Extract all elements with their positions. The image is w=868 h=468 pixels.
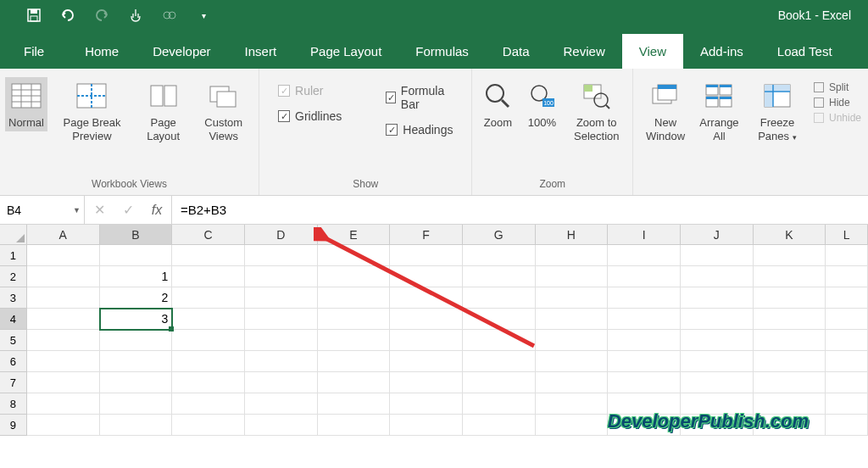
- cell[interactable]: [100, 245, 173, 266]
- cell[interactable]: [536, 393, 609, 415]
- row-header[interactable]: 7: [0, 372, 27, 393]
- cell[interactable]: [681, 287, 754, 309]
- name-box[interactable]: B4▼: [0, 196, 85, 224]
- col-header[interactable]: E: [318, 225, 391, 245]
- cell[interactable]: [318, 372, 391, 393]
- cell[interactable]: [826, 245, 868, 266]
- cell[interactable]: [27, 330, 100, 351]
- cell[interactable]: [390, 415, 463, 436]
- cell[interactable]: [681, 351, 754, 372]
- cell[interactable]: [826, 351, 868, 372]
- formula-bar-checkbox[interactable]: ✓Formula Bar: [381, 81, 458, 114]
- cell[interactable]: [463, 415, 536, 436]
- row-header[interactable]: 1: [0, 245, 27, 266]
- cell[interactable]: [826, 266, 868, 287]
- cell[interactable]: [536, 372, 609, 393]
- cell[interactable]: [463, 245, 536, 266]
- cell[interactable]: [172, 351, 245, 372]
- cell[interactable]: [608, 287, 681, 309]
- col-header[interactable]: A: [27, 225, 100, 245]
- save-button[interactable]: [17, 0, 51, 31]
- row-header[interactable]: 8: [0, 393, 27, 415]
- cell[interactable]: [100, 415, 173, 436]
- cell[interactable]: [318, 393, 391, 415]
- cell[interactable]: [318, 245, 391, 266]
- row-header[interactable]: 3: [0, 287, 27, 309]
- cell[interactable]: [754, 372, 826, 393]
- col-header[interactable]: J: [681, 225, 754, 245]
- cell[interactable]: [390, 266, 463, 287]
- tab-formulas[interactable]: Formulas: [398, 34, 486, 69]
- cell[interactable]: [536, 415, 609, 436]
- cell[interactable]: [754, 351, 826, 372]
- custom-views-button[interactable]: Custom Views: [193, 77, 253, 144]
- cell[interactable]: [318, 351, 391, 372]
- tab-page-layout[interactable]: Page Layout: [293, 34, 398, 69]
- cell[interactable]: [100, 393, 173, 415]
- cell[interactable]: [826, 393, 868, 415]
- cell[interactable]: [608, 351, 681, 372]
- tab-home[interactable]: Home: [68, 34, 136, 69]
- cell[interactable]: [245, 287, 318, 309]
- cell[interactable]: [245, 330, 318, 351]
- tab-data[interactable]: Data: [486, 34, 547, 69]
- cell[interactable]: [27, 245, 100, 266]
- col-header[interactable]: D: [245, 225, 318, 245]
- cell[interactable]: [245, 372, 318, 393]
- cell[interactable]: [754, 266, 826, 287]
- col-header[interactable]: H: [536, 225, 609, 245]
- cell[interactable]: [681, 372, 754, 393]
- col-header[interactable]: F: [390, 225, 463, 245]
- cell[interactable]: [245, 351, 318, 372]
- cell[interactable]: [681, 309, 754, 330]
- cell[interactable]: [608, 372, 681, 393]
- cell[interactable]: [245, 393, 318, 415]
- cell[interactable]: [463, 351, 536, 372]
- tab-insert[interactable]: Insert: [228, 34, 294, 69]
- tab-review[interactable]: Review: [547, 34, 622, 69]
- cell[interactable]: [754, 309, 826, 330]
- split-button[interactable]: Split: [812, 81, 863, 94]
- cell[interactable]: [608, 330, 681, 351]
- cell[interactable]: [27, 372, 100, 393]
- cell[interactable]: [390, 245, 463, 266]
- page-break-preview-button[interactable]: Page Break Preview: [51, 77, 133, 144]
- cell[interactable]: [390, 330, 463, 351]
- cell[interactable]: [318, 287, 391, 309]
- qat-customize-button[interactable]: ▾: [186, 0, 220, 31]
- cell[interactable]: [608, 245, 681, 266]
- cell[interactable]: [826, 287, 868, 309]
- zoom-to-selection-button[interactable]: Zoom to Selection: [565, 77, 627, 144]
- chevron-down-icon[interactable]: ▼: [73, 206, 81, 214]
- cell[interactable]: [100, 330, 173, 351]
- row-header[interactable]: 6: [0, 351, 27, 372]
- cell[interactable]: [245, 415, 318, 436]
- row-header[interactable]: 5: [0, 330, 27, 351]
- redo-button[interactable]: [85, 0, 119, 31]
- touch-mode-button[interactable]: [119, 0, 153, 31]
- cell[interactable]: [826, 330, 868, 351]
- cell[interactable]: [318, 330, 391, 351]
- freeze-panes-button[interactable]: Freeze Panes ▾: [746, 77, 809, 144]
- tab-add-ins[interactable]: Add-ins: [683, 34, 760, 69]
- cell[interactable]: [826, 415, 868, 436]
- col-header[interactable]: I: [608, 225, 681, 245]
- tab-developer[interactable]: Developer: [136, 34, 227, 69]
- cell[interactable]: [608, 309, 681, 330]
- zoom-button[interactable]: Zoom: [477, 77, 518, 131]
- col-header[interactable]: C: [172, 225, 245, 245]
- cell[interactable]: [27, 287, 100, 309]
- cell[interactable]: [318, 415, 391, 436]
- cell[interactable]: [536, 266, 609, 287]
- cell[interactable]: [681, 330, 754, 351]
- cell[interactable]: [463, 330, 536, 351]
- cell[interactable]: [390, 309, 463, 330]
- cell[interactable]: [536, 287, 609, 309]
- cell[interactable]: [318, 266, 391, 287]
- cell[interactable]: [463, 309, 536, 330]
- cell[interactable]: [27, 309, 100, 330]
- cell[interactable]: [318, 309, 391, 330]
- undo-button[interactable]: [51, 0, 85, 31]
- insert-function-button[interactable]: fx: [142, 203, 171, 218]
- cell[interactable]: [681, 266, 754, 287]
